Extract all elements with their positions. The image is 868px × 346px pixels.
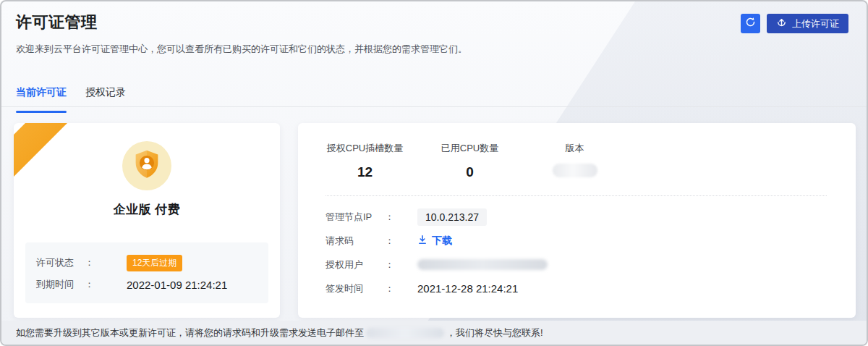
page-title: 许可证管理 [16, 12, 98, 33]
footer-text-after: ，我们将尽快与您联系! [446, 326, 543, 339]
tab-divider [1, 106, 867, 107]
footer-upgrade-notice: 如您需要升级到其它版本或更新许可证，请将您的请求码和升级需求发送电子邮件至 ，我… [1, 321, 867, 345]
node-ip-label: 管理节点IP [326, 211, 385, 224]
colon: ： [385, 282, 394, 295]
refresh-button[interactable] [741, 14, 760, 33]
expire-time-label: 到期时间 [36, 278, 85, 291]
colon: ： [85, 256, 94, 269]
licensed-user-row: 授权用户 ： [326, 253, 856, 277]
license-status-row: 许可状态 ： 12天后过期 [36, 252, 268, 274]
upload-license-button[interactable]: 上传许可证 [767, 14, 848, 33]
issue-time-row: 签发时间 ： 2021-12-28 21:24:21 [326, 277, 856, 300]
footer-text-before: 如您需要升级到其它版本或更新许可证，请将您的请求码和升级需求发送电子邮件至 [16, 326, 364, 339]
shield-user-icon [130, 148, 163, 184]
stat-used-cpu-value: 0 [417, 164, 522, 180]
colon: ： [385, 258, 394, 271]
licensed-user-label: 授权用户 [326, 258, 385, 271]
license-stats: 授权CPU插槽数量 12 已用CPU数量 0 版本 [312, 142, 856, 180]
stat-used-cpu: 已用CPU数量 0 [417, 142, 522, 180]
upload-icon [776, 17, 787, 30]
upload-button-label: 上传许可证 [792, 17, 839, 30]
refresh-icon [745, 17, 756, 30]
dotted-divider [326, 195, 827, 196]
stat-cpu-sockets-label: 授权CPU插槽数量 [312, 142, 417, 155]
tab-current-license[interactable]: 当前许可证 [16, 86, 67, 106]
colon: ： [385, 211, 394, 224]
license-status-label: 许可状态 [36, 256, 85, 269]
licensed-user-redacted-value [417, 259, 548, 270]
issue-time-value: 2021-12-28 21:24:21 [417, 282, 518, 295]
colon: ： [385, 235, 394, 248]
issue-time-label: 签发时间 [326, 282, 385, 295]
version-redacted-value [553, 164, 597, 177]
stat-version-label: 版本 [522, 142, 627, 155]
email-redacted-value [366, 328, 444, 338]
license-detail-rows: 管理节点IP ： 10.0.213.27 请求码 ： 下载 [326, 205, 856, 300]
stat-cpu-sockets-value: 12 [312, 164, 417, 180]
tab-authorization-records[interactable]: 授权记录 [85, 86, 126, 106]
expire-badge: 12天后过期 [127, 255, 182, 271]
license-summary-card: 企业版 付费 许可状态 ： 12天后过期 到期时间 ： 2022-01-09 2… [14, 123, 280, 318]
download-link-label: 下载 [432, 235, 452, 248]
license-detail-card: 授权CPU插槽数量 12 已用CPU数量 0 版本 管理节点IP ： 10.0.… [298, 123, 856, 318]
download-icon [417, 235, 427, 247]
expire-time-value: 2022-01-09 21:24:21 [127, 279, 227, 291]
request-code-label: 请求码 [326, 235, 385, 248]
stat-used-cpu-label: 已用CPU数量 [417, 142, 522, 155]
corner-ribbon [14, 123, 79, 188]
tab-bar: 当前许可证 授权记录 [16, 86, 126, 106]
stat-cpu-sockets: 授权CPU插槽数量 12 [312, 142, 417, 180]
license-management-page: 许可证管理 欢迎来到云平台许可证管理中心，您可以查看所有已购买的许可证和它们的状… [0, 0, 868, 346]
node-ip-row: 管理节点IP ： 10.0.213.27 [326, 205, 856, 229]
node-ip-value: 10.0.213.27 [417, 208, 487, 226]
expire-time-row: 到期时间 ： 2022-01-09 21:24:21 [36, 274, 268, 295]
license-icon-circle [122, 141, 171, 190]
license-status-box: 许可状态 ： 12天后过期 到期时间 ： 2022-01-09 21:24:21 [25, 242, 268, 303]
stat-version: 版本 [522, 142, 627, 180]
colon: ： [85, 278, 94, 291]
license-edition: 企业版 付费 [14, 201, 280, 218]
download-link[interactable]: 下载 [417, 235, 452, 248]
page-subtitle: 欢迎来到云平台许可证管理中心，您可以查看所有已购买的许可证和它们的状态，并根据您… [16, 43, 467, 56]
request-code-row: 请求码 ： 下载 [326, 229, 856, 253]
